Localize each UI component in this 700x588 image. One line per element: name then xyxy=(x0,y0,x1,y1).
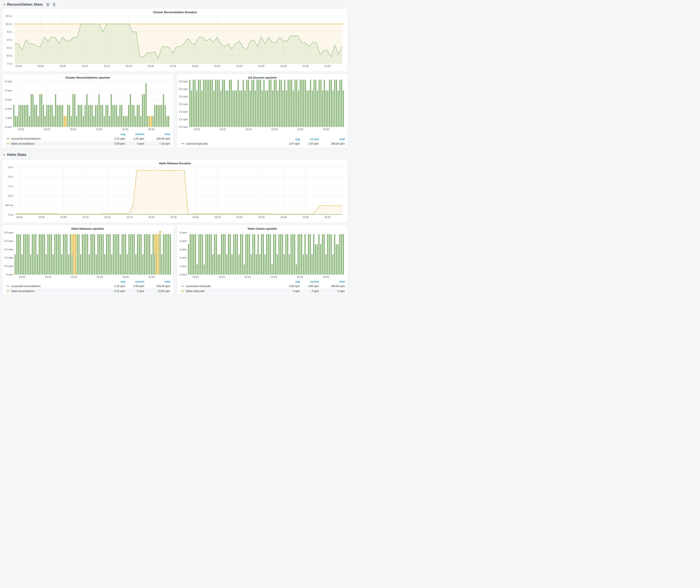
legend-label[interactable]: successful chart pulls xyxy=(186,285,211,288)
legend-header-row: avg current total xyxy=(6,280,170,284)
legend-header-total[interactable]: total xyxy=(144,280,170,283)
svg-text:15:32: 15:32 xyxy=(324,216,331,218)
legend-row-successful-reconciliations[interactable]: successful reconciliations 2.12 opm 1.20… xyxy=(6,136,170,141)
legend-header-total[interactable]: total xyxy=(319,138,345,141)
section-header-helm-stats[interactable]: Helm Stats xyxy=(2,152,348,158)
legend: avg current total successful reconciliat… xyxy=(3,132,172,147)
legend-avg-value: 3.85 opm xyxy=(276,285,300,288)
legend-header-avg[interactable]: avg xyxy=(276,280,300,283)
legend-total-value: 0 opm xyxy=(319,290,345,293)
svg-text:15:12: 15:12 xyxy=(104,65,110,67)
svg-text:15:06: 15:06 xyxy=(38,216,45,218)
svg-text:15:25: 15:25 xyxy=(297,128,303,131)
svg-text:15:10: 15:10 xyxy=(219,128,226,131)
svg-text:15:28: 15:28 xyxy=(280,216,287,218)
legend-label[interactable]: successful reconciliations xyxy=(11,137,40,140)
svg-text:15:10: 15:10 xyxy=(44,128,50,131)
chevron-down-icon xyxy=(3,4,5,5)
helm-releases-opm-chart[interactable]: 15:0515:1015:1515:2015:2515:300 opm0.5 o… xyxy=(3,231,172,279)
panel-title[interactable]: Helm Charts ops/min xyxy=(178,226,347,231)
legend-row-failed-chart-pulls[interactable]: failed chart pulls 0 opm 0 opm 0 opm xyxy=(181,289,345,294)
svg-text:15:30: 15:30 xyxy=(148,128,154,131)
legend: avg current total successful git pulls 2… xyxy=(178,137,347,147)
svg-text:4.0 opm: 4.0 opm xyxy=(179,80,188,83)
svg-text:15:20: 15:20 xyxy=(192,65,198,67)
svg-text:15:10: 15:10 xyxy=(82,216,89,218)
svg-text:15:22: 15:22 xyxy=(214,65,220,67)
svg-text:15:16: 15:16 xyxy=(148,216,155,218)
svg-text:9.5 s: 9.5 s xyxy=(7,31,12,33)
svg-text:15:22: 15:22 xyxy=(214,216,221,218)
svg-text:15:26: 15:26 xyxy=(258,65,265,67)
panel-title[interactable]: Cluster Reconciliation Duration xyxy=(3,9,347,14)
svg-text:15:06: 15:06 xyxy=(37,65,44,67)
section-title: Helm Stats xyxy=(7,153,26,157)
legend-avg-value: 0 opm xyxy=(276,290,300,293)
panel-title[interactable]: Helm Releases ops/min xyxy=(3,226,172,231)
legend-row-failed-reconciliations[interactable]: failed reconciliations 0.13 opm 0 opm 15… xyxy=(6,289,170,294)
legend-header-current[interactable]: current xyxy=(300,138,319,141)
svg-text:7.5 s: 7.5 s xyxy=(7,62,12,65)
legend-header-total[interactable]: total xyxy=(144,133,170,136)
svg-text:2.5 s: 2.5 s xyxy=(8,166,13,168)
legend-header-avg[interactable]: avg xyxy=(102,133,125,136)
svg-text:0 opm: 0 opm xyxy=(180,273,187,276)
legend-header-current[interactable]: current xyxy=(125,280,144,283)
panel-title[interactable]: Helm Release Duration xyxy=(3,160,347,165)
legend-total-value: 7.20 opm xyxy=(144,142,170,145)
svg-text:2.0 opm: 2.0 opm xyxy=(179,110,188,113)
legend-row-successful-chart-pulls[interactable]: successful chart pulls 3.85 opm 4.80 opm… xyxy=(181,284,345,289)
panel-title[interactable]: Git Sources ops/min xyxy=(178,75,347,80)
svg-text:0.5 opm: 0.5 opm xyxy=(4,265,13,267)
svg-text:15:20: 15:20 xyxy=(271,276,277,278)
legend-label[interactable]: failed reconciliations xyxy=(11,290,35,293)
legend-current-value: 0 opm xyxy=(300,290,319,293)
settings-gear-icon[interactable] xyxy=(46,3,50,6)
legend: avg current total successful reconciliat… xyxy=(3,279,172,294)
legend-label[interactable]: failed reconciliations xyxy=(11,142,35,145)
svg-text:15:04: 15:04 xyxy=(15,65,22,67)
svg-text:15:24: 15:24 xyxy=(236,65,242,67)
svg-text:15:32: 15:32 xyxy=(324,65,331,67)
panel-title[interactable]: Cluster Reconciliations ops/min xyxy=(3,75,172,80)
legend-label[interactable]: successful git pulls xyxy=(186,142,208,145)
legend-header-avg[interactable]: avg xyxy=(276,138,300,141)
svg-text:2 opm: 2 opm xyxy=(5,107,12,110)
svg-text:15:24: 15:24 xyxy=(236,216,243,218)
svg-text:15:05: 15:05 xyxy=(192,276,199,278)
legend-avg-value: 2.12 opm xyxy=(102,137,125,140)
svg-text:15:15: 15:15 xyxy=(245,276,251,278)
svg-text:1 opm: 1 opm xyxy=(180,265,187,267)
section-title: Reconciliation Stats xyxy=(7,2,43,7)
trash-icon[interactable] xyxy=(53,3,56,6)
panel-helm-release-duration: Helm Release Duration 15:0415:0615:0815:… xyxy=(2,159,348,223)
git-sources-opm-chart[interactable]: 15:0515:1015:1515:2015:2515:301.0 opm1.5… xyxy=(178,80,347,131)
cluster-reconciliations-opm-chart[interactable]: 15:0515:1015:1515:2015:2515:300 opm1 opm… xyxy=(3,80,172,131)
legend-header-avg[interactable]: avg xyxy=(102,280,125,283)
panel-helm-releases-opm: Helm Releases ops/min 15:0515:1015:1515:… xyxy=(2,225,173,294)
svg-text:15:08: 15:08 xyxy=(60,65,66,67)
svg-text:15:30: 15:30 xyxy=(302,65,308,67)
svg-text:0 ns: 0 ns xyxy=(8,213,13,216)
section-header-reconciliation-stats[interactable]: Reconciliation Stats xyxy=(2,1,348,8)
legend-header-current[interactable]: current xyxy=(300,280,319,283)
cluster-reconciliation-duration-chart[interactable]: 15:0415:0615:0815:1015:1215:1415:1615:18… xyxy=(3,14,347,68)
svg-text:15:10: 15:10 xyxy=(82,65,88,67)
legend-label[interactable]: failed chart pulls xyxy=(186,290,205,293)
svg-text:1.5 opm: 1.5 opm xyxy=(179,118,188,121)
legend-header-total[interactable]: total xyxy=(319,280,345,283)
legend-total-value: 346.80 opm xyxy=(319,142,345,145)
legend-header-current[interactable]: current xyxy=(125,133,144,136)
legend-row-successful-git-pulls[interactable]: successful git pulls 2.87 opm 2.40 opm 3… xyxy=(181,141,345,146)
helm-charts-opm-chart[interactable]: 15:0515:1015:1515:2015:2515:300 opm1 opm… xyxy=(178,231,347,279)
svg-text:1.5 s: 1.5 s xyxy=(8,185,13,187)
legend-row-successful-reconciliations[interactable]: successful reconciliations 2.10 opm 2.40… xyxy=(6,284,170,289)
helm-release-duration-chart[interactable]: 15:0415:0615:0815:1015:1215:1415:1615:18… xyxy=(3,165,347,219)
svg-text:8.5 s: 8.5 s xyxy=(7,47,12,49)
legend-label[interactable]: successful reconciliations xyxy=(11,285,40,288)
svg-text:10.0 s: 10.0 s xyxy=(6,23,13,25)
legend-row-failed-reconciliations[interactable]: failed reconciliations 0.06 opm 0 opm 7.… xyxy=(6,141,170,146)
svg-text:1.0 opm: 1.0 opm xyxy=(4,256,13,259)
svg-text:3 opm: 3 opm xyxy=(180,248,187,251)
series-color-dash xyxy=(6,286,10,286)
